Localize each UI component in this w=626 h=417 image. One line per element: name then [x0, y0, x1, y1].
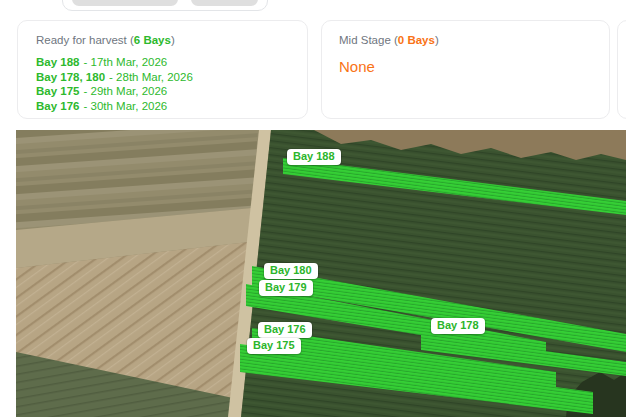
list-item: Bay 175- 29th Mar, 2026: [36, 84, 289, 99]
bay-label-178[interactable]: Bay 178: [431, 318, 485, 334]
harvest-title-close: ): [171, 34, 175, 46]
satellite-map-canvas: [16, 130, 626, 417]
bay-label-188[interactable]: Bay 188: [287, 149, 341, 165]
harvest-card-title: Ready for harvest (6 Bays): [36, 34, 289, 46]
bay-label-176[interactable]: Bay 176: [258, 322, 312, 338]
mid-bay-count: 0 Bays: [398, 34, 435, 46]
tab-mid-stage[interactable]: Mid Stage: [191, 0, 258, 6]
bay-label-180[interactable]: Bay 180: [264, 263, 318, 279]
satellite-map[interactable]: Bay 188 Bay 180 Bay 179 Bay 176 Bay 175 …: [16, 130, 626, 417]
ready-for-harvest-card: Ready for harvest (6 Bays) Bay 188- 17th…: [17, 20, 308, 119]
bay-name: Bay 188: [36, 56, 79, 68]
bay-date: - 28th Mar, 2026: [109, 71, 193, 83]
bay-date: - 17th Mar, 2026: [83, 56, 167, 68]
bay-name: Bay 175: [36, 85, 79, 97]
harvest-bay-count: 6 Bays: [134, 34, 171, 46]
tab-ready-for-harvest[interactable]: Ready for Harvest: [72, 0, 178, 6]
list-item: Bay 176- 30th Mar, 2026: [36, 99, 289, 114]
bay-date: - 30th Mar, 2026: [83, 100, 167, 112]
harvest-title-text: Ready for harvest (: [36, 34, 134, 46]
mid-stage-empty-text: None: [339, 58, 592, 75]
bay-name: Bay 178, 180: [36, 71, 105, 83]
mid-stage-card: Mid Stage (0 Bays) None: [321, 20, 610, 119]
mid-title-text: Mid Stage (: [339, 34, 398, 46]
harvest-bay-list: Bay 188- 17th Mar, 2026 Bay 178, 180- 28…: [36, 55, 289, 113]
bay-name: Bay 176: [36, 100, 79, 112]
mid-card-title: Mid Stage (0 Bays): [339, 34, 592, 46]
list-item: Bay 178, 180- 28th Mar, 2026: [36, 70, 289, 85]
stage-tabs: Ready for Harvest Mid Stage: [62, 0, 268, 11]
next-stage-card-edge: [617, 20, 626, 119]
mid-title-close: ): [435, 34, 439, 46]
list-item: Bay 188- 17th Mar, 2026: [36, 55, 289, 70]
bay-date: - 29th Mar, 2026: [83, 85, 167, 97]
bay-label-175[interactable]: Bay 175: [247, 338, 301, 354]
bay-label-179[interactable]: Bay 179: [259, 280, 313, 296]
